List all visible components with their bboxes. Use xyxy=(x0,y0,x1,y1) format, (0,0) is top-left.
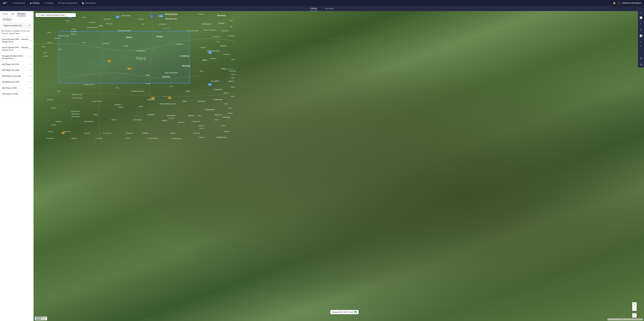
help-icon-nextmap-6[interactable]: ? xyxy=(29,87,30,89)
help-icon-vexcel-dtm[interactable]: ? xyxy=(29,48,30,50)
map-satellite-layer xyxy=(34,11,644,321)
aoi-delete-button[interactable]: 🗑 xyxy=(638,62,644,68)
sub-navigation: Catalog My orders xyxy=(0,6,644,11)
collection-item-hexagon-dsm[interactable]: Hexagon Elevation DSM — Europe 60 cm ? ▾ xyxy=(0,53,34,62)
help-icon-nextmap-bundle[interactable]: ? xyxy=(29,75,30,77)
sort-chevron-icon: ▾ xyxy=(29,24,30,27)
compass-button[interactable] xyxy=(632,313,636,318)
help-icon-nextmap-dsm[interactable]: ? xyxy=(29,69,30,71)
zoom-controls: + − xyxy=(632,302,636,311)
collection-item-worlddem-neo[interactable]: WorldDEM Neo DSM ? ▾ xyxy=(0,79,34,85)
chevron-icon-nextmap-6[interactable]: ▾ xyxy=(30,87,32,89)
aoi-edit-button[interactable]: ✏ xyxy=(638,43,644,49)
nav-dashboard[interactable]: ⊞ Dashboard xyxy=(11,1,27,5)
collection-item-nextmap-bundle[interactable]: NEXTMap One Bundle ? ▾ xyxy=(0,73,34,79)
collection-item-nextmap-dsm[interactable]: NEXTMap One DSM ? ▾ xyxy=(0,67,34,73)
app-logo: up42 xyxy=(3,2,7,4)
collection-item-nextmap-6[interactable]: NEXTMap 6 DSM ? ▾ xyxy=(0,85,34,91)
type-tabs: Optical SAR Elevation xyxy=(0,11,34,16)
filters-button[interactable]: ⊟ Filters xyxy=(2,18,12,21)
chevron-icon-nextmap-dtm[interactable]: ▾ xyxy=(30,63,32,65)
help-icon-worlddem-neo[interactable]: ? xyxy=(29,81,30,83)
sub-nav-catalog[interactable]: Catalog xyxy=(310,6,318,11)
collection-item-vexcel-dtm[interactable]: Vexcel Elevate DTM — Western Europe 15 c… xyxy=(0,45,34,53)
nav-right: 🔔 ? Dobrina's Workspace xyxy=(613,2,641,4)
map-area[interactable]: Wernigerode Goslar Osterode am Harz Alte… xyxy=(34,11,644,321)
nav-left: up42 ⊞ Dashboard ◉ Catalog ⚙ Tasking 🗄 D… xyxy=(3,1,98,5)
zoom-in-button[interactable]: + xyxy=(632,302,636,306)
filters-row: ⊟ Filters xyxy=(0,16,34,23)
tasking-icon: ⚙ xyxy=(44,2,46,4)
add-rectangle-button[interactable]: ⬜ xyxy=(638,15,644,21)
aoi-save-icon[interactable]: 💾 xyxy=(354,311,357,313)
map-attribution: Terms of use © 2024 HERE, Maxar, 2014 Mi… xyxy=(608,318,643,320)
help-icon-nextmap-10[interactable]: ? xyxy=(29,93,30,95)
map-search-bar[interactable]: 🔍 Harz, Sachsen-Anhalt, Deuts... xyxy=(36,13,76,17)
notification-icon[interactable]: 🔔 xyxy=(613,2,616,4)
sidebar: Optical SAR Elevation ⊟ Filters Highest … xyxy=(0,11,34,321)
upload-button[interactable]: ⬆ xyxy=(638,27,644,33)
dashboard-icon: ⊞ xyxy=(13,2,14,4)
svg-marker-160 xyxy=(634,315,635,316)
chevron-icon-vexcel-dtm[interactable]: ▾ xyxy=(30,48,32,50)
add-label: ADD xyxy=(639,12,643,15)
collection-item-nextmap-dtm[interactable]: NEXTMap One DTM ? ▾ xyxy=(0,62,34,67)
filters-icon: ⊟ xyxy=(4,18,5,21)
chevron-icon-worlddem-neo[interactable]: ▾ xyxy=(30,81,32,83)
marketplace-icon: 🏪 xyxy=(82,2,84,4)
collection-item-vexcel-dsm[interactable]: Vexcel Elevate DSM — Western Europe 15 c… xyxy=(0,37,34,45)
scale-km-label: 3 km xyxy=(43,317,46,318)
chart-button[interactable]: 📊 xyxy=(638,33,644,39)
chevron-icon-vexcel-dsm[interactable]: ▾ xyxy=(30,40,32,42)
nav-marketplace[interactable]: 🏪 Marketplace xyxy=(80,1,98,5)
help-icon[interactable]: ? xyxy=(618,2,620,4)
sort-dropdown[interactable]: Highest resolution first ▾ xyxy=(2,24,32,27)
main-area: Optical SAR Elevation ⊟ Filters Highest … xyxy=(0,11,644,321)
scale-mi-label: 2 mi xyxy=(42,318,44,320)
collections-info: 9 collections available for this area wi… xyxy=(0,28,34,37)
collection-item-nextmap-10[interactable]: NEXTMap 10 DSM ? ▾ xyxy=(0,91,34,97)
catalog-icon: ◉ xyxy=(30,2,32,4)
tab-optical[interactable]: Optical xyxy=(2,12,8,16)
sub-nav-my-orders[interactable]: My orders xyxy=(324,6,334,11)
top-navigation: up42 ⊞ Dashboard ◉ Catalog ⚙ Tasking 🗄 D… xyxy=(0,0,644,6)
tab-sar[interactable]: SAR xyxy=(10,12,15,16)
right-toolbar: ADD ⬜ ☆ ⬆ 📊 AOI ✏ | ⊞ 🗑 xyxy=(638,11,644,68)
map-scale: 3 km 2 mi xyxy=(35,317,47,320)
add-star-button[interactable]: ☆ xyxy=(638,21,644,27)
svg-marker-159 xyxy=(634,314,635,315)
workspace-name[interactable]: Dobrina's Workspace xyxy=(622,2,641,4)
aoi-separator: | xyxy=(638,49,644,55)
help-icon-nextmap-dtm[interactable]: ? xyxy=(29,63,30,65)
sort-row: Highest resolution first ▾ xyxy=(0,23,34,28)
nav-tasking[interactable]: ⚙ Tasking xyxy=(42,1,55,5)
help-icon-vexcel-dsm[interactable]: ? xyxy=(29,40,30,42)
aoi-tooltip: Unsaved AOI: 357.27 km² 💾 xyxy=(330,310,358,314)
chevron-icon-nextmap-10[interactable]: ▾ xyxy=(30,93,32,95)
map-bottom-bar: 3 km 2 mi Terms of use © 2024 HERE, Maxa… xyxy=(34,316,644,321)
aoi-grid-button[interactable]: ⊞ xyxy=(638,55,644,62)
nav-catalog[interactable]: ◉ Catalog xyxy=(28,1,41,5)
tab-elevation[interactable]: Elevation xyxy=(17,12,26,16)
chevron-icon-nextmap-dsm[interactable]: ▾ xyxy=(30,69,32,71)
aoi-label: AOI xyxy=(640,41,642,44)
nav-data-management[interactable]: 🗄 Data management xyxy=(56,1,79,5)
search-icon: 🔍 xyxy=(37,14,40,16)
chevron-icon-hexagon-dsm[interactable]: ▾ xyxy=(30,56,32,58)
data-management-icon: 🗄 xyxy=(58,2,60,4)
help-icon-hexagon-dsm[interactable]: ? xyxy=(29,56,30,58)
chevron-icon-nextmap-bundle[interactable]: ▾ xyxy=(30,75,32,77)
zoom-out-button[interactable]: − xyxy=(632,306,636,311)
